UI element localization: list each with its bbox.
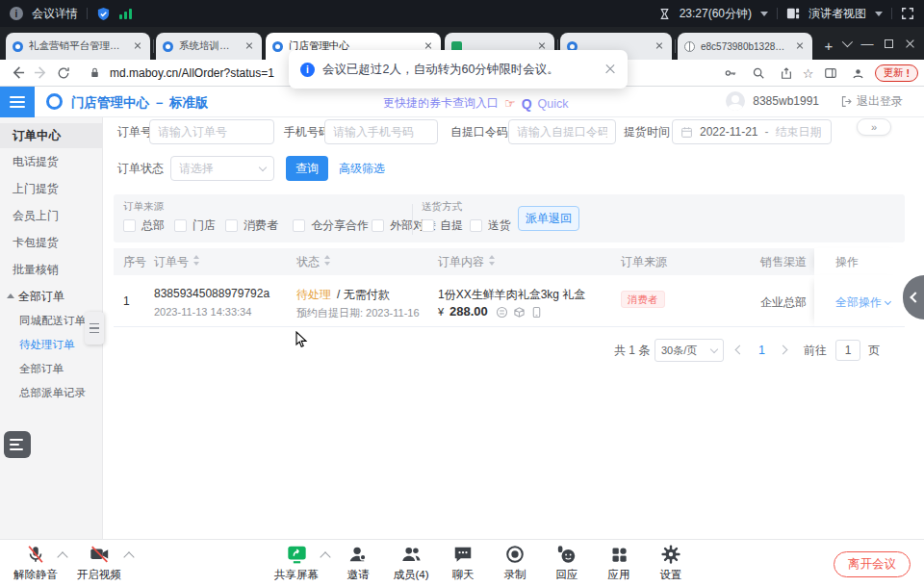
checkbox-icon[interactable] bbox=[174, 219, 187, 232]
sidebar-item-member-visit[interactable]: 会员上门 bbox=[0, 208, 103, 223]
window-minimize-button[interactable]: — bbox=[857, 27, 878, 60]
browser-tab-6[interactable]: e8c573980b1328a258fd2e6f8 bbox=[678, 33, 812, 60]
checkbox-self-pickup[interactable]: 自提 bbox=[422, 217, 463, 234]
sidebar-item-batch-verify[interactable]: 批量核销 bbox=[0, 262, 103, 277]
pickup-code-input[interactable] bbox=[508, 119, 616, 144]
url-text[interactable]: md.maboy.cn/AllOrder?status=1 bbox=[110, 66, 274, 80]
window-close-button[interactable] bbox=[899, 27, 920, 60]
sidebar-group-all-orders[interactable]: 全部订单 bbox=[0, 289, 103, 304]
sort-icon[interactable] bbox=[488, 254, 496, 266]
checkbox-icon[interactable] bbox=[293, 219, 305, 232]
col-status[interactable]: 状态 bbox=[296, 248, 331, 275]
fullscreen-icon[interactable] bbox=[901, 7, 914, 20]
tab-search-chevron-icon[interactable] bbox=[835, 27, 857, 60]
dispatch-return-button[interactable]: 派单退回 bbox=[518, 206, 579, 231]
view-mode-label[interactable]: 演讲者视图 bbox=[808, 6, 866, 22]
forward-icon[interactable] bbox=[29, 62, 52, 85]
tab-close-icon[interactable] bbox=[244, 40, 255, 52]
share-icon[interactable] bbox=[775, 62, 798, 85]
search-button[interactable]: 查询 bbox=[286, 156, 328, 181]
menu-hamburger-button[interactable] bbox=[0, 87, 35, 117]
checkbox-icon[interactable] bbox=[372, 219, 384, 232]
sort-icon[interactable] bbox=[192, 254, 200, 266]
quick-entry-link[interactable]: 更快捷的券卡查询入口 bbox=[383, 95, 499, 112]
order-status-select[interactable]: 请选择 bbox=[170, 156, 274, 181]
settings-button[interactable]: 设置 bbox=[636, 543, 706, 582]
lock-icon[interactable] bbox=[83, 62, 106, 85]
tab-close-icon[interactable] bbox=[654, 40, 665, 52]
tab-favicon-globe bbox=[684, 41, 695, 52]
toast-close-icon[interactable] bbox=[604, 64, 616, 75]
bookmark-star-icon[interactable]: ☆ bbox=[803, 66, 814, 81]
quick-q-icon[interactable]: Q bbox=[522, 96, 532, 112]
unmute-button[interactable]: 解除静音 bbox=[1, 543, 70, 582]
browser-profile-icon[interactable] bbox=[847, 62, 870, 85]
meeting-details-label[interactable]: 会议详情 bbox=[32, 6, 78, 22]
col-order-no[interactable]: 订单号 bbox=[154, 248, 200, 275]
zoom-icon[interactable] bbox=[747, 62, 770, 85]
quick-label[interactable]: Quick bbox=[538, 97, 569, 111]
sort-icon[interactable] bbox=[323, 254, 331, 266]
checkbox-warehouse-share[interactable]: 仓分享合作 bbox=[293, 217, 369, 234]
goto-page-input[interactable] bbox=[835, 340, 860, 361]
cell-created-time: 2023-11-13 14:33:34 bbox=[154, 306, 251, 318]
checkbox-hq[interactable]: 总部 bbox=[123, 217, 165, 234]
tab-close-icon[interactable] bbox=[132, 40, 143, 52]
sidebar-drag-handle[interactable] bbox=[85, 312, 104, 345]
checkbox-delivery[interactable]: 送货 bbox=[470, 217, 511, 234]
checkbox-icon[interactable] bbox=[123, 219, 136, 232]
col-content[interactable]: 订单内容 bbox=[438, 248, 496, 275]
share-screen-button[interactable]: 共享屏幕 bbox=[262, 543, 331, 582]
date-range-picker[interactable]: 2022-11-21 - 结束日期 bbox=[672, 119, 832, 144]
sidebar-item-door-pickup[interactable]: 上门提货 bbox=[0, 181, 103, 196]
browser-update-button[interactable]: 更新 ! bbox=[875, 64, 919, 82]
phone-icon[interactable] bbox=[530, 306, 543, 319]
leave-meeting-button[interactable]: 离开会议 bbox=[834, 551, 911, 577]
sidebar-subitem-all-orders[interactable]: 全部订单 bbox=[0, 361, 103, 376]
chevron-down-icon bbox=[885, 298, 891, 305]
current-page[interactable]: 1 bbox=[758, 339, 765, 362]
prev-page-icon[interactable] bbox=[735, 345, 745, 355]
browser-tab-1[interactable]: 礼盒营销平台管理中心 bbox=[6, 33, 150, 60]
sidebar-item-phone-pickup[interactable]: 电话提货 bbox=[0, 154, 103, 169]
meeting-info-icon[interactable]: i bbox=[10, 7, 23, 20]
page-size-select[interactable]: 30条/页 bbox=[654, 339, 724, 362]
view-mode-dropdown-icon[interactable] bbox=[875, 12, 883, 16]
checkbox-store[interactable]: 门店 bbox=[174, 217, 216, 234]
meeting-float-toolbar-handle[interactable] bbox=[4, 431, 31, 458]
order-source-label: 订单来源 bbox=[123, 200, 164, 214]
password-key-icon[interactable] bbox=[719, 62, 742, 85]
expand-filters-button[interactable]: » bbox=[857, 118, 891, 136]
start-video-button[interactable]: 开启视频 bbox=[64, 543, 134, 582]
panel-divider bbox=[412, 204, 413, 235]
user-avatar[interactable] bbox=[726, 91, 745, 111]
checkbox-label: 门店 bbox=[192, 217, 216, 234]
row-action-dropdown[interactable]: 全部操作 bbox=[835, 294, 890, 311]
pagination: 共 1 条 30条/页 1 前往 页 bbox=[103, 339, 905, 362]
checkbox-icon[interactable] bbox=[422, 219, 434, 232]
next-page-icon[interactable] bbox=[779, 345, 788, 355]
sidebar-item-card-pickup[interactable]: 卡包提货 bbox=[0, 235, 103, 250]
logout-button[interactable]: 退出登录 bbox=[840, 93, 903, 110]
advanced-filter-link[interactable]: 高级筛选 bbox=[339, 156, 385, 181]
checkbox-icon[interactable] bbox=[225, 219, 238, 232]
back-icon[interactable] bbox=[6, 62, 29, 85]
coupon-icon[interactable] bbox=[496, 306, 508, 319]
phone-input[interactable] bbox=[324, 119, 438, 144]
side-panel-icon[interactable] bbox=[819, 62, 842, 85]
checkbox-consumer[interactable]: 消费者 bbox=[225, 217, 278, 234]
checkbox-icon[interactable] bbox=[470, 219, 482, 232]
order-no-input[interactable] bbox=[149, 119, 274, 144]
window-maximize-button[interactable] bbox=[878, 27, 899, 60]
tab-favicon bbox=[163, 41, 173, 52]
tab-title: 系统培训学习 bbox=[179, 39, 238, 53]
cell-index: 1 bbox=[123, 294, 130, 308]
meeting-security-shield-icon[interactable] bbox=[96, 7, 111, 21]
sidebar-subitem-hq-dispatch[interactable]: 总部派单记录 bbox=[0, 385, 103, 400]
browser-tab-2[interactable]: 系统培训学习 bbox=[156, 33, 262, 60]
tab-close-icon[interactable] bbox=[794, 40, 806, 52]
network-signal-icon[interactable] bbox=[119, 8, 132, 19]
package-icon[interactable] bbox=[513, 306, 526, 319]
timer-dropdown-icon[interactable] bbox=[760, 12, 768, 16]
reload-icon[interactable] bbox=[52, 62, 75, 85]
